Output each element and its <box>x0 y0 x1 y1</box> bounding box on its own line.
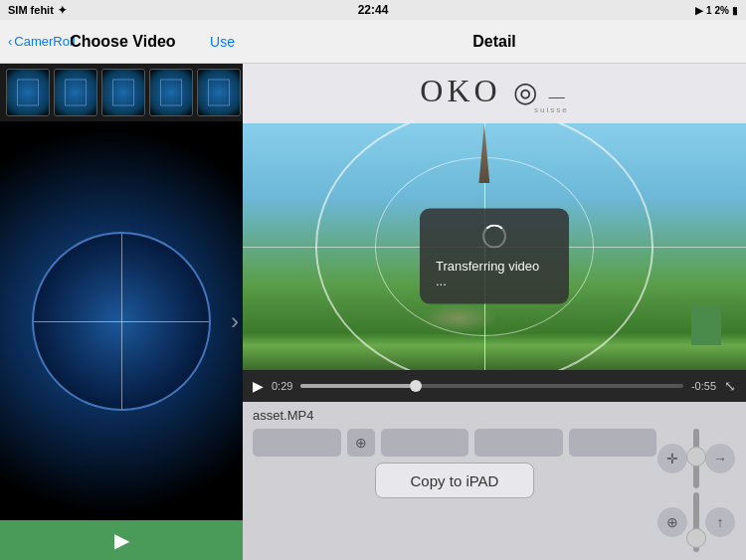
slider-v-2-wrap <box>693 492 699 552</box>
oko-logo: OKO ◎ — <box>420 73 568 109</box>
left-play-button[interactable]: ▶ <box>114 528 129 552</box>
progress-fill <box>300 384 415 388</box>
left-panel: ‹ CamerRoll Choose Video Use › ▶ <box>0 20 243 560</box>
detail-header: Detail <box>243 20 746 64</box>
slider-vertical-1[interactable] <box>693 429 699 488</box>
scope-overlay <box>32 232 211 411</box>
thumbnail-1[interactable] <box>6 69 50 116</box>
thumbnail-5[interactable] <box>197 69 241 116</box>
ctrl-button-4[interactable] <box>569 429 657 457</box>
thumbnails-strip <box>0 64 243 121</box>
crosshair-h <box>34 321 209 322</box>
slider-knob-2[interactable] <box>686 528 706 548</box>
wifi-icon: ✦ <box>58 4 67 17</box>
ctrl-target-icon-button[interactable]: ⊕ <box>347 429 375 457</box>
transfer-text: Transferring video ... <box>436 259 553 288</box>
ctrl-button-3[interactable] <box>474 429 563 457</box>
use-button[interactable]: Use <box>210 34 235 50</box>
fullscreen-icon[interactable]: ⤡ <box>724 378 736 394</box>
detail-title: Detail <box>472 33 516 51</box>
video-inner <box>0 121 243 520</box>
ctrl-button-1[interactable] <box>253 429 341 457</box>
arrow-right-icon-button[interactable]: → <box>705 444 735 473</box>
oko-dash: — <box>549 88 569 104</box>
signal-icon: ▶ 1 <box>695 5 711 16</box>
oko-eye-icon: ◎ <box>513 77 537 107</box>
back-chevron-icon: ‹ <box>8 34 12 49</box>
carrier-text: SIM fehit <box>8 4 54 16</box>
bottom-section: asset.MP4 ⊕ Copy to iPAD ✛ <box>243 402 746 560</box>
ctrl-button-2[interactable] <box>381 429 469 457</box>
bottom-left-controls: ⊕ Copy to iPAD <box>253 429 656 498</box>
bottom-right-controls: ✛ → ⊕ ↑ <box>656 429 736 552</box>
end-time: -0:55 <box>691 380 716 392</box>
video-controls-bar: ▶ 0:29 -0:55 ⤡ <box>243 370 746 402</box>
battery-icon: ▮ <box>732 5 738 16</box>
nav-bar: ‹ CamerRoll Choose Video Use <box>0 20 243 64</box>
right-row-2: ⊕ ↑ <box>657 492 735 552</box>
thumbnail-3[interactable] <box>101 69 145 116</box>
bottom-inner: ⊕ Copy to iPAD ✛ <box>253 429 736 552</box>
logo-area: OKO ◎ — suisse <box>243 64 746 123</box>
video-player[interactable]: Transferring video ... <box>243 123 746 370</box>
status-time: 22:44 <box>358 3 389 17</box>
slider-vertical-2[interactable] <box>693 492 699 552</box>
battery-text: 2% <box>715 5 729 16</box>
right-row-1: ✛ → <box>657 429 735 488</box>
expand-arrow-icon[interactable]: › <box>231 307 239 335</box>
building-shape <box>691 305 721 345</box>
oko-text: OKO <box>420 73 500 108</box>
slider-v-1-wrap <box>693 429 699 488</box>
progress-bar[interactable] <box>300 384 683 388</box>
right-panel: Detail OKO ◎ — suisse <box>243 20 746 560</box>
transfer-overlay: Transferring video ... <box>420 209 569 304</box>
arrow-up-icon-button[interactable]: ↑ <box>705 507 735 537</box>
status-right: ▶ 1 2% ▮ <box>695 5 738 16</box>
target-icon-button[interactable]: ⊕ <box>657 507 687 537</box>
move-all-icon-button[interactable]: ✛ <box>657 444 687 473</box>
left-panel-play-bar: ▶ <box>0 520 243 560</box>
dust-cloud <box>419 303 498 333</box>
slider-knob-1[interactable] <box>686 447 706 467</box>
status-bar: SIM fehit ✦ 22:44 ▶ 1 2% ▮ <box>0 0 746 20</box>
copy-to-ipad-button[interactable]: Copy to iPAD <box>375 463 534 498</box>
status-left: SIM fehit ✦ <box>8 4 67 17</box>
left-video-preview: › <box>0 121 243 520</box>
thumbnail-2[interactable] <box>54 69 97 116</box>
thumbnail-4[interactable] <box>149 69 193 116</box>
transfer-spinner <box>482 225 506 249</box>
nav-title: Choose Video <box>36 33 210 51</box>
filename-label: asset.MP4 <box>253 408 736 423</box>
action-row: Copy to iPAD <box>253 463 656 498</box>
oko-logo-wrap: OKO ◎ — suisse <box>420 73 568 114</box>
scrubber-handle[interactable] <box>410 380 422 392</box>
current-time: 0:29 <box>272 380 292 392</box>
video-play-button[interactable]: ▶ <box>253 378 264 394</box>
controls-row-1: ⊕ <box>253 429 656 457</box>
